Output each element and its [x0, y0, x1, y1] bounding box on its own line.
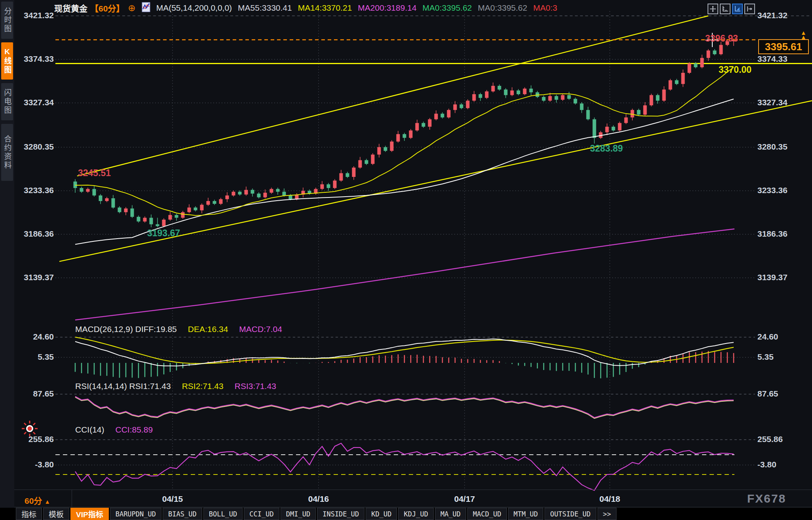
axis-label: 3421.32 — [15, 11, 54, 20]
axis-label: 3327.34 — [15, 98, 54, 107]
timeframe-label[interactable]: 【60分】 — [90, 2, 124, 14]
axis-label: 3327.34 — [757, 98, 805, 107]
sidebar-item-label: K线图 — [2, 47, 13, 74]
axis-label: 3186.36 — [757, 229, 805, 239]
sidebar: 分时图 K线图 闪电图 合约资料 — [0, 0, 14, 508]
tab-barupdn-ud[interactable]: BARUPDN_UD — [110, 508, 161, 520]
axis-label: 3374.33 — [757, 54, 805, 64]
axis-label: 3280.35 — [757, 142, 805, 152]
ma14-value: MA14:3370.21 — [298, 3, 352, 13]
add-symbol-icon[interactable]: ⊕ — [128, 3, 135, 13]
macd-macd-value: MACD:7.04 — [239, 325, 282, 334]
symbol-title: 现货黄金 — [54, 2, 87, 14]
sidebar-item-contract-info[interactable]: 合约资料 — [1, 124, 13, 181]
macd-dea-value: DEA:16.34 — [188, 325, 228, 334]
tab-inside-ud[interactable]: INSIDE_UD — [317, 508, 364, 520]
axis-label: 3139.37 — [15, 273, 54, 282]
trading-app: 分时图 K线图 闪电图 合约资料 现货黄金 【60分】 ⊕ MA(55,14,2… — [0, 0, 812, 520]
sidebar-item-lightning-chart[interactable]: 闪电图 — [1, 83, 13, 120]
tab-bias-ud[interactable]: BIAS_UD — [163, 508, 202, 520]
tab-mtm-ud[interactable]: MTM_UD — [508, 508, 543, 520]
axis-scale-icon[interactable] — [720, 4, 730, 14]
axis-label: -3.80 — [757, 460, 805, 469]
sidebar-item-kline-chart[interactable]: K线图 — [1, 42, 13, 80]
axis-label: 3421.32 — [757, 11, 805, 20]
watermark: FX678 — [747, 492, 786, 505]
date-label: 04/15 — [155, 494, 190, 504]
level-3370-label: 3370.00 — [719, 65, 751, 75]
cci-title: CCI(14) — [75, 425, 104, 435]
tab-cci-ud[interactable]: CCI_UD — [244, 508, 279, 520]
swing-high-label: 3396.93 — [705, 33, 738, 44]
date-label: 04/17 — [447, 494, 482, 504]
tab-more[interactable]: >> — [598, 508, 617, 520]
rsi3-value: RSI3:71.43 — [235, 381, 276, 391]
date-label: 04/16 — [301, 494, 336, 504]
period-label[interactable]: 60分 ▲ — [25, 494, 50, 506]
axis-label: 5.35 — [15, 352, 54, 362]
swing-low-right-label: 3283.89 — [590, 143, 623, 154]
sidebar-item-label: 合约资料 — [2, 135, 13, 170]
tab-templates[interactable]: 模板 — [43, 508, 69, 520]
swing-low-left-label: 3245.51 — [78, 168, 111, 178]
chart-header: 现货黄金 【60分】 ⊕ MA(55,14,200,0,0,0) MA55:33… — [54, 2, 557, 14]
date-label: 04/18 — [592, 494, 628, 504]
axis-label: 87.65 — [757, 389, 805, 399]
axis-label: 255.86 — [15, 435, 54, 444]
axis-label: 3186.36 — [15, 229, 54, 239]
chart-toolbar — [708, 4, 755, 14]
shift-right-icon[interactable] — [744, 4, 755, 14]
axis-label: 3280.35 — [15, 142, 54, 152]
macd-title: MACD(26,12,9) DIFF:19.85 — [75, 325, 177, 334]
axis-label: 24.60 — [757, 332, 805, 342]
cci-value: CCI:85.89 — [116, 425, 153, 435]
current-price-box: 3395.61 — [758, 39, 809, 54]
axis-label: 3374.33 — [15, 54, 54, 64]
tab-boll-ud[interactable]: BOLL_UD — [203, 508, 243, 520]
tab-vip-indicators[interactable]: VIP指标 — [70, 508, 109, 520]
cci-label-row: CCI(14) CCI:85.89 — [75, 425, 153, 435]
ma-settings-label[interactable]: MA(55,14,200,0,0,0) — [156, 3, 232, 13]
auto-fit-icon[interactable] — [732, 4, 743, 14]
sidebar-item-label: 分时图 — [2, 7, 13, 33]
tab-ma-ud[interactable]: MA_UD — [435, 508, 466, 520]
tab-kd-ud[interactable]: KD_UD — [366, 508, 397, 520]
tab-dmi-ud[interactable]: DMI_UD — [281, 508, 316, 520]
ma55-value: MA55:3330.41 — [238, 3, 292, 13]
axis-label: 87.65 — [15, 389, 54, 399]
axis-label: -3.80 — [15, 460, 54, 469]
axis-label: 3233.36 — [757, 186, 805, 195]
swing-low-bottom-label: 3193.67 — [147, 228, 180, 239]
rsi-title: RSI(14,14,14) RSI1:71.43 — [75, 381, 171, 391]
axis-label: 255.86 — [757, 435, 805, 444]
chart-type-icon[interactable] — [142, 2, 150, 14]
current-price-value: 3395.61 — [765, 41, 802, 53]
sidebar-item-label: 闪电图 — [2, 89, 13, 115]
ma0-value-red: MA0:3 — [533, 3, 557, 13]
ma0-value-green: MA0:3395.62 — [423, 3, 472, 13]
chart-canvas[interactable] — [0, 0, 812, 520]
macd-label-row: MACD(26,12,9) DIFF:19.85 DEA:16.34 MACD:… — [75, 325, 282, 334]
pan-icon[interactable] — [708, 4, 718, 14]
tab-outside-ud[interactable]: OUTSIDE_UD — [544, 508, 596, 520]
axis-label: 3233.36 — [15, 186, 54, 195]
sidebar-item-time-chart[interactable]: 分时图 — [1, 2, 13, 39]
tab-kdj-ud[interactable]: KDJ_UD — [398, 508, 433, 520]
axis-label: 3139.37 — [757, 273, 805, 282]
period-dropdown-icon: ▲ — [44, 498, 50, 505]
rsi2-value: RSI2:71.43 — [182, 381, 224, 391]
time-axis[interactable] — [14, 490, 812, 507]
rsi-label-row: RSI(14,14,14) RSI1:71.43 RSI2:71.43 RSI3… — [75, 381, 276, 391]
ma0-value-gray: MA0:3395.62 — [478, 3, 527, 13]
axis-label: 5.35 — [757, 352, 805, 362]
axis-label: 24.60 — [15, 332, 54, 342]
tab-macd-ud[interactable]: MACD_UD — [467, 508, 507, 520]
ma200-value: MA200:3189.14 — [358, 3, 416, 13]
price-up-arrows-icon: ▲ ▲ — [801, 30, 806, 39]
tab-indicators[interactable]: 指标 — [16, 508, 42, 520]
indicator-tab-bar: 指标 模板 VIP指标 BARUPDN_UD BIAS_UD BOLL_UD C… — [0, 508, 812, 520]
